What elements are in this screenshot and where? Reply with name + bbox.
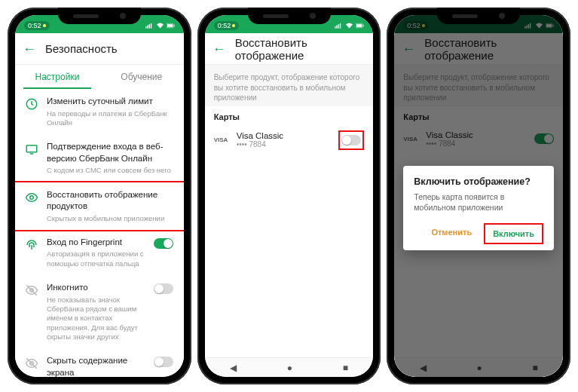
svg-rect-1 (147, 25, 148, 28)
confirm-dialog: Включить отображение? Теперь карта появи… (403, 166, 554, 250)
tab-settings[interactable]: Настройки (15, 65, 99, 89)
nav-recent-icon[interactable]: ■ (343, 363, 348, 373)
eye-icon (24, 189, 39, 223)
card-mask: •••• 7884 (237, 140, 332, 149)
svg-rect-6 (173, 24, 174, 26)
toggle-fingerprint[interactable] (154, 238, 173, 249)
svg-rect-2 (148, 24, 149, 29)
android-navbar: ◀ ● ■ (205, 357, 374, 377)
appbar: ← Безопасность (15, 33, 184, 65)
phone-2: 0:52 ← Восстановить отображение Выберите… (197, 8, 381, 384)
toggle-hide-screen[interactable] (154, 357, 173, 367)
card-brand: VISA (214, 136, 229, 143)
back-icon[interactable]: ← (23, 42, 36, 56)
nav-back-icon[interactable]: ◀ (230, 363, 237, 373)
row-incognito[interactable]: ИнкогнитоНе показывать значок СберБанка … (15, 275, 184, 348)
svg-rect-13 (337, 25, 338, 28)
row-daily-limit[interactable]: Изменить суточный лимитНа переводы и пла… (15, 89, 184, 134)
card-name: Visa Classic (237, 131, 332, 140)
svg-rect-3 (151, 23, 151, 28)
page-title: Восстановить отображение (235, 36, 366, 62)
toggle-incognito[interactable] (154, 283, 173, 294)
screen-restore-dialog: 0:52 ← Восстановить отображение Выберите… (394, 15, 563, 377)
back-icon[interactable]: ← (213, 42, 226, 56)
svg-point-9 (30, 195, 34, 199)
fingerprint-icon (24, 237, 39, 268)
row-hide-screen[interactable]: Скрыть содержание экранаВключите, если н… (15, 348, 184, 377)
svg-rect-12 (335, 26, 335, 28)
monitor-icon (24, 141, 39, 175)
restore-content: Выберите продукт, отображение которого в… (205, 65, 374, 357)
screen-security: 0:52 ← Безопасность Настройки Обучение И… (15, 15, 184, 377)
cancel-button[interactable]: Отменить (424, 223, 479, 244)
row-web-confirm[interactable]: Подтверждение входа в веб-версию СберБан… (15, 134, 184, 182)
svg-rect-14 (338, 24, 339, 29)
status-icons (145, 23, 175, 29)
toggle-card[interactable] (341, 135, 361, 145)
limit-icon (24, 96, 39, 127)
svg-rect-17 (356, 24, 362, 27)
hint-text: Выберите продукт, отображение которого в… (205, 65, 374, 106)
tab-learn[interactable]: Обучение (99, 65, 184, 89)
svg-rect-5 (167, 24, 173, 27)
row-restore-products[interactable]: Восстановить отображение продуктовСкрыты… (15, 181, 184, 231)
settings-list: Изменить суточный лимитНа переводы и пла… (15, 89, 184, 377)
appbar: ← Восстановить отображение (205, 33, 374, 65)
page-title: Безопасность (45, 42, 118, 55)
notch (248, 8, 331, 24)
eye-off-icon (24, 355, 39, 377)
phone-3: 0:52 ← Восстановить отображение Выберите… (387, 8, 570, 384)
dialog-title: Включить отображение? (414, 176, 543, 187)
svg-rect-18 (363, 24, 364, 26)
section-cards: Карты (205, 106, 374, 124)
enable-button[interactable]: Включить (484, 223, 543, 244)
screen-restore: 0:52 ← Восстановить отображение Выберите… (205, 15, 374, 377)
nav-home-icon[interactable]: ● (287, 363, 292, 373)
svg-rect-8 (26, 145, 37, 152)
eye-off-icon (24, 282, 39, 341)
notch (58, 8, 141, 24)
svg-rect-15 (340, 23, 341, 28)
tabs: Настройки Обучение (15, 65, 184, 89)
row-fingerprint[interactable]: Вход по FingerprintАвторизация в приложе… (15, 230, 184, 275)
dialog-message: Теперь карта появится в мобильном прилож… (414, 191, 543, 213)
card-row[interactable]: VISA Visa Classic •••• 7884 (205, 124, 374, 156)
svg-rect-0 (145, 26, 146, 28)
notch (437, 8, 520, 24)
phone-1: 0:52 ← Безопасность Настройки Обучение И… (8, 8, 191, 384)
